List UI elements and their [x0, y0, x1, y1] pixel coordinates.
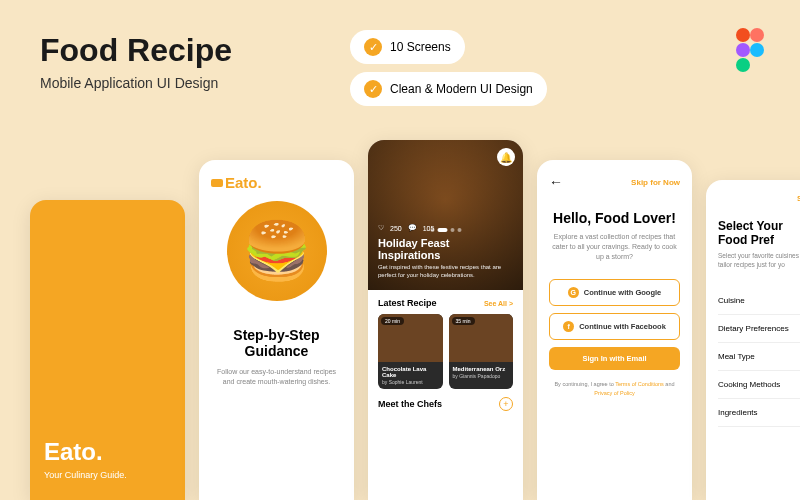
terms-link[interactable]: Terms of Conditions: [615, 381, 664, 387]
phone-screens: Eato. Your Culinary Guide. Eato. Step-by…: [30, 140, 800, 500]
svg-point-2: [736, 43, 750, 57]
burger-image: [227, 201, 327, 301]
feature-badges: ✓ 10 Screens ✓ Clean & Modern UI Design: [350, 30, 547, 106]
badge-label: Clean & Modern UI Design: [390, 82, 533, 96]
bell-icon[interactable]: 🔔: [497, 148, 515, 166]
skip-link[interactable]: Skip for Now: [631, 178, 680, 187]
facebook-button[interactable]: f Continue with Facebook: [549, 313, 680, 340]
time-badge: 20 min: [381, 317, 404, 325]
hero-banner[interactable]: 🔔 ♡250 💬105 Holiday Feast Inspirations G…: [368, 140, 523, 290]
onboarding-desc: Follow our easy-to-understand recipes an…: [211, 367, 342, 387]
app-logo: Eato.: [44, 438, 171, 466]
see-all-link[interactable]: See All >: [484, 300, 513, 307]
comment-icon: 💬: [408, 224, 417, 232]
svg-point-0: [736, 28, 750, 42]
pref-item-meal[interactable]: Meal Type: [718, 343, 800, 371]
section-title: Latest Recipe: [378, 298, 437, 308]
signin-desc: Explore a vast collection of recipes tha…: [549, 232, 680, 261]
app-tagline: Your Culinary Guide.: [44, 470, 171, 480]
pref-desc: Select your favorite cuisines an tailor …: [718, 251, 800, 269]
badge-design: ✓ Clean & Modern UI Design: [350, 72, 547, 106]
app-logo: Eato.: [211, 174, 342, 191]
screen-signin: ← Skip for Now Hello, Food Lover! Explor…: [537, 160, 692, 500]
svg-point-4: [736, 58, 750, 72]
screen-preferences: Ski Select Your Food Pref Select your fa…: [706, 180, 800, 500]
svg-point-1: [750, 28, 764, 42]
recipe-card[interactable]: 35 min Mediterranean Orz by Giannis Papa…: [449, 314, 514, 389]
pref-item-ingredients[interactable]: Ingredients: [718, 399, 800, 427]
check-icon: ✓: [364, 80, 382, 98]
recipe-card[interactable]: 20 min Chocolate Lava Cake by Sophie Lau…: [378, 314, 443, 389]
svg-point-3: [750, 43, 764, 57]
pref-title: Select Your Food Pref: [718, 219, 800, 247]
carousel-dots: [430, 228, 461, 232]
screen-splash: Eato. Your Culinary Guide.: [30, 200, 185, 500]
pref-item-cuisine[interactable]: Cuisine: [718, 287, 800, 315]
screen-home: 🔔 ♡250 💬105 Holiday Feast Inspirations G…: [368, 140, 523, 500]
pref-item-dietary[interactable]: Dietary Preferences: [718, 315, 800, 343]
terms-text: By continuing, I agree to Terms of Condi…: [549, 380, 680, 397]
google-button[interactable]: G Continue with Google: [549, 279, 680, 306]
hero-desc: Get inspired with these festive recipes …: [378, 264, 513, 280]
pref-item-cooking[interactable]: Cooking Methods: [718, 371, 800, 399]
chefs-section: Meet the Chefs +: [368, 397, 523, 411]
check-icon: ✓: [364, 38, 382, 56]
badge-label: 10 Screens: [390, 40, 451, 54]
onboarding-title: Step-by-Step Guidance: [211, 327, 342, 359]
hero-title: Holiday Feast Inspirations: [378, 237, 513, 261]
google-icon: G: [568, 287, 579, 298]
skip-link[interactable]: Ski: [718, 194, 800, 203]
latest-section: Latest Recipe See All > 20 min Chocolate…: [368, 290, 523, 397]
privacy-link[interactable]: Privacy of Policy: [594, 390, 634, 396]
figma-icon: [736, 28, 766, 72]
heart-icon: ♡: [378, 224, 384, 232]
facebook-icon: f: [563, 321, 574, 332]
screen-onboarding: Eato. Step-by-Step Guidance Follow our e…: [199, 160, 354, 500]
add-icon[interactable]: +: [499, 397, 513, 411]
badge-screens: ✓ 10 Screens: [350, 30, 465, 64]
back-icon[interactable]: ←: [549, 174, 563, 190]
email-button[interactable]: Sign In with Email: [549, 347, 680, 370]
time-badge: 35 min: [452, 317, 475, 325]
signin-title: Hello, Food Lover!: [549, 210, 680, 226]
